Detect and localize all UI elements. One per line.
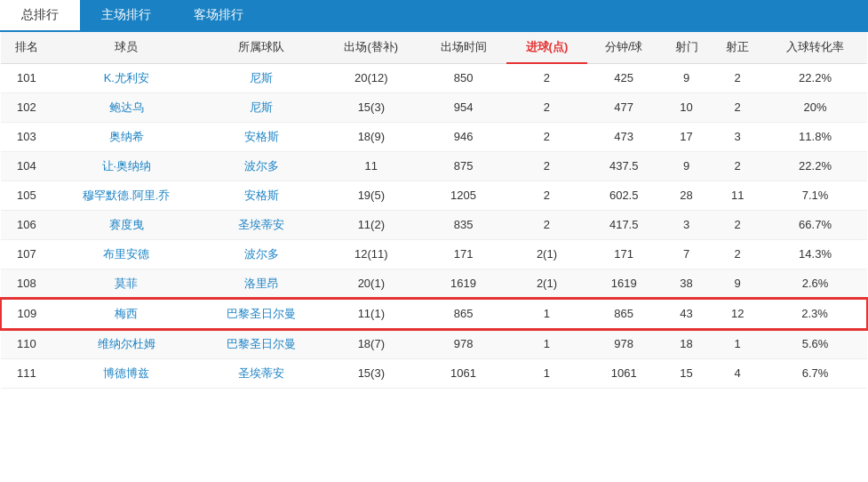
cell-appearances: 18(7) — [323, 329, 420, 359]
table-row: 107布里安德波尔多12(11)1712(1)1717214.3% — [1, 239, 867, 269]
col-min-per-goal: 分钟/球 — [587, 32, 661, 63]
cell-min_per_goal: 437.5 — [587, 151, 661, 181]
cell-shots: 15 — [661, 358, 713, 388]
cell-goals: 2 — [506, 151, 587, 181]
cell-shots: 43 — [661, 299, 713, 329]
cell-on_target: 12 — [712, 299, 763, 329]
cell-player[interactable]: 奥纳希 — [52, 122, 201, 151]
cell-player[interactable]: 莫菲 — [52, 269, 201, 299]
table-row: 106赛度曳圣埃蒂安11(2)8352417.53266.7% — [1, 210, 867, 239]
cell-rank: 104 — [1, 151, 52, 181]
col-appearances: 出场(替补) — [323, 32, 420, 63]
table-row: 104让·奥纳纳波尔多118752437.59222.2% — [1, 151, 867, 181]
cell-min_per_goal: 1061 — [587, 358, 661, 388]
cell-team[interactable]: 巴黎圣日尔曼 — [201, 299, 323, 329]
cell-player[interactable]: 梅西 — [52, 299, 201, 329]
cell-min_per_goal: 171 — [587, 239, 661, 269]
tab-away[interactable]: 客场排行 — [172, 0, 265, 30]
cell-shots: 9 — [661, 151, 713, 181]
cell-goals: 2(1) — [506, 269, 587, 299]
cell-rank: 111 — [1, 358, 52, 388]
cell-rank: 105 — [1, 181, 52, 210]
col-minutes: 出场时间 — [420, 32, 506, 63]
cell-team[interactable]: 巴黎圣日尔曼 — [201, 329, 323, 359]
cell-on_target: 9 — [712, 269, 763, 299]
cell-conversion: 14.3% — [763, 239, 867, 269]
cell-appearances: 20(12) — [323, 63, 420, 92]
cell-shots: 10 — [661, 92, 713, 122]
table-row: 103奥纳希安格斯18(9)946247317311.8% — [1, 122, 867, 151]
cell-minutes_played: 978 — [420, 329, 506, 359]
cell-appearances: 11(1) — [323, 299, 420, 329]
cell-on_target: 2 — [712, 239, 763, 269]
cell-min_per_goal: 473 — [587, 122, 661, 151]
cell-min_per_goal: 865 — [587, 299, 661, 329]
cell-shots: 17 — [661, 122, 713, 151]
col-goals: 进球(点) — [506, 32, 587, 63]
cell-shots: 7 — [661, 239, 713, 269]
cell-player[interactable]: 赛度曳 — [52, 210, 201, 239]
table-row: 110维纳尔杜姆巴黎圣日尔曼18(7)97819781815.6% — [1, 329, 867, 359]
cell-appearances: 15(3) — [323, 92, 420, 122]
cell-rank: 103 — [1, 122, 52, 151]
tab-bar: 总排行 主场排行 客场排行 — [0, 0, 868, 32]
cell-goals: 2(1) — [506, 239, 587, 269]
cell-on_target: 11 — [712, 181, 763, 210]
cell-on_target: 1 — [712, 329, 763, 359]
cell-team[interactable]: 圣埃蒂安 — [201, 358, 323, 388]
col-team: 所属球队 — [201, 32, 323, 63]
cell-player[interactable]: 布里安德 — [52, 239, 201, 269]
cell-shots: 38 — [661, 269, 713, 299]
col-shots: 射门 — [661, 32, 713, 63]
cell-on_target: 2 — [712, 151, 763, 181]
cell-team[interactable]: 圣埃蒂安 — [201, 210, 323, 239]
cell-min_per_goal: 477 — [587, 92, 661, 122]
cell-rank: 101 — [1, 63, 52, 92]
col-conversion: 入球转化率 — [763, 32, 867, 63]
cell-player[interactable]: 博德博兹 — [52, 358, 201, 388]
cell-on_target: 3 — [712, 122, 763, 151]
cell-team[interactable]: 尼斯 — [201, 92, 323, 122]
tabs-container: 总排行 主场排行 客场排行 — [0, 0, 868, 32]
cell-team[interactable]: 洛里昂 — [201, 269, 323, 299]
cell-conversion: 2.6% — [763, 269, 867, 299]
cell-team[interactable]: 波尔多 — [201, 151, 323, 181]
cell-conversion: 11.8% — [763, 122, 867, 151]
cell-appearances: 11 — [323, 151, 420, 181]
cell-conversion: 2.3% — [763, 299, 867, 329]
cell-conversion: 5.6% — [763, 329, 867, 359]
table-row: 105穆罕默德.阿里.乔安格斯19(5)12052602.528117.1% — [1, 181, 867, 210]
tab-home[interactable]: 主场排行 — [80, 0, 172, 30]
cell-goals: 1 — [506, 358, 587, 388]
cell-player[interactable]: 穆罕默德.阿里.乔 — [52, 181, 201, 210]
cell-player[interactable]: K.尤利安 — [52, 63, 201, 92]
cell-goals: 1 — [506, 299, 587, 329]
cell-minutes_played: 954 — [420, 92, 506, 122]
cell-minutes_played: 1205 — [420, 181, 506, 210]
cell-team[interactable]: 安格斯 — [201, 181, 323, 210]
cell-appearances: 15(3) — [323, 358, 420, 388]
cell-min_per_goal: 417.5 — [587, 210, 661, 239]
cell-conversion: 22.2% — [763, 151, 867, 181]
cell-team[interactable]: 波尔多 — [201, 239, 323, 269]
cell-conversion: 7.1% — [763, 181, 867, 210]
cell-conversion: 6.7% — [763, 358, 867, 388]
cell-appearances: 18(9) — [323, 122, 420, 151]
tab-overall[interactable]: 总排行 — [0, 0, 80, 30]
cell-player[interactable]: 让·奥纳纳 — [52, 151, 201, 181]
cell-shots: 3 — [661, 210, 713, 239]
cell-goals: 1 — [506, 329, 587, 359]
cell-minutes_played: 835 — [420, 210, 506, 239]
stats-table: 排名 球员 所属球队 出场(替补) 出场时间 进球(点) 分钟/球 射门 射正 … — [0, 32, 868, 389]
cell-on_target: 4 — [712, 358, 763, 388]
cell-player[interactable]: 维纳尔杜姆 — [52, 329, 201, 359]
cell-team[interactable]: 尼斯 — [201, 63, 323, 92]
cell-goals: 2 — [506, 210, 587, 239]
cell-minutes_played: 875 — [420, 151, 506, 181]
col-player: 球员 — [52, 32, 201, 63]
cell-min_per_goal: 1619 — [587, 269, 661, 299]
cell-shots: 28 — [661, 181, 713, 210]
cell-team[interactable]: 安格斯 — [201, 122, 323, 151]
cell-player[interactable]: 鲍达乌 — [52, 92, 201, 122]
table-row: 101K.尤利安尼斯20(12)85024259222.2% — [1, 63, 867, 92]
